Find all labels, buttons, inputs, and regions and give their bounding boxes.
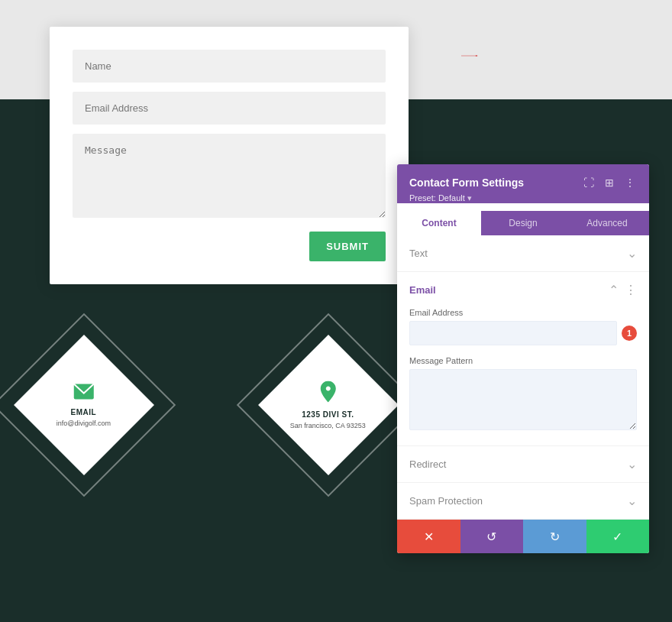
location-icon <box>319 381 338 407</box>
text-section-label: Text <box>409 248 428 259</box>
diamond-inner-box: EMAIL info@divigolf.com <box>14 335 154 475</box>
message-field <box>73 134 386 221</box>
redo-button[interactable]: ↻ <box>523 520 586 553</box>
email-address-label: Email Address <box>409 308 637 317</box>
email-chevron-up-icon: ⌃ <box>609 283 619 297</box>
fullscreen-icon[interactable]: ⛶ <box>582 175 596 190</box>
message-pattern-group: Message Pattern <box>409 356 637 433</box>
redirect-chevron-icon: ⌄ <box>627 457 637 471</box>
spam-protection-section[interactable]: Spam Protection ⌄ <box>397 483 649 520</box>
address-diamond: 1235 DIVI ST. San francisco, CA 93253 <box>260 336 397 474</box>
panel-title: Contact Form Settings <box>409 177 524 189</box>
email-icon <box>73 383 95 404</box>
panel-footer: ✕ ↺ ↻ ✓ <box>397 520 649 553</box>
email-address-input[interactable] <box>409 321 617 345</box>
diamond-content-2: 1235 DIVI ST. San francisco, CA 93253 <box>290 381 366 429</box>
email-address-group: Email Address 1 <box>409 308 637 345</box>
undo-button[interactable]: ↺ <box>460 520 524 553</box>
panel-body: Text ⌄ Email ⌃ ⋮ Email Address 1 <box>397 235 649 520</box>
svg-marker-1 <box>476 55 478 57</box>
submit-row: SUBMIT <box>73 232 386 261</box>
panel-tabs: Content Design Advanced <box>397 211 649 235</box>
redirect-section[interactable]: Redirect ⌄ <box>397 446 649 483</box>
email-section: Email ⌃ ⋮ Email Address 1 Message <box>397 272 649 446</box>
columns-icon[interactable]: ⊞ <box>603 175 615 190</box>
panel-header: Contact Form Settings ⛶ ⊞ ⋮ Preset: Defa… <box>397 164 649 203</box>
redirect-section-label: Redirect <box>409 458 446 470</box>
settings-panel: Contact Form Settings ⛶ ⊞ ⋮ Preset: Defa… <box>397 164 649 553</box>
spam-protection-label: Spam Protection <box>409 495 483 507</box>
email-diamond-title: EMAIL <box>71 407 97 416</box>
form-card: SUBMIT <box>50 27 409 284</box>
address-diamond-subtitle: San francisco, CA 93253 <box>290 422 366 429</box>
address-diamond-title: 1235 DIVI ST. <box>302 410 354 419</box>
email-input[interactable] <box>73 92 386 125</box>
save-button[interactable]: ✓ <box>586 520 650 553</box>
diamonds-container: EMAIL info@divigolf.com 1235 DIVI ST. Sa… <box>0 321 397 474</box>
text-section[interactable]: Text ⌄ <box>397 235 649 272</box>
panel-header-icons: ⛶ ⊞ ⋮ <box>582 175 637 190</box>
name-field <box>73 50 386 83</box>
name-input[interactable] <box>73 50 386 83</box>
tab-design[interactable]: Design <box>481 211 565 235</box>
submit-button[interactable]: SUBMIT <box>309 232 386 261</box>
email-diamond: EMAIL info@divigolf.com <box>15 336 153 474</box>
email-section-label: Email <box>409 284 436 296</box>
email-section-icons: ⌃ ⋮ <box>609 283 637 297</box>
red-arrow <box>428 55 512 57</box>
email-more-icon: ⋮ <box>625 283 637 297</box>
tab-advanced[interactable]: Advanced <box>565 211 649 235</box>
more-options-icon[interactable]: ⋮ <box>623 175 637 190</box>
email-diamond-subtitle: info@divigolf.com <box>57 419 111 426</box>
email-section-body: Email Address 1 Message Pattern <box>397 308 649 445</box>
panel-preset: Preset: Default ▾ <box>409 193 637 203</box>
panel-header-top: Contact Form Settings ⛶ ⊞ ⋮ <box>409 175 637 190</box>
diamond-inner-box-2: 1235 DIVI ST. San francisco, CA 93253 <box>258 335 399 475</box>
tab-content[interactable]: Content <box>397 211 481 235</box>
cancel-button[interactable]: ✕ <box>397 520 460 553</box>
email-section-header[interactable]: Email ⌃ ⋮ <box>397 272 649 308</box>
message-textarea[interactable] <box>73 134 386 218</box>
diamond-content: EMAIL info@divigolf.com <box>57 383 111 426</box>
error-badge: 1 <box>622 326 637 341</box>
message-pattern-label: Message Pattern <box>409 356 637 365</box>
email-address-input-row: 1 <box>409 321 637 345</box>
spam-chevron-icon: ⌄ <box>627 494 637 508</box>
text-chevron-icon: ⌄ <box>627 246 637 261</box>
email-field <box>73 92 386 125</box>
message-pattern-textarea[interactable] <box>409 369 637 430</box>
